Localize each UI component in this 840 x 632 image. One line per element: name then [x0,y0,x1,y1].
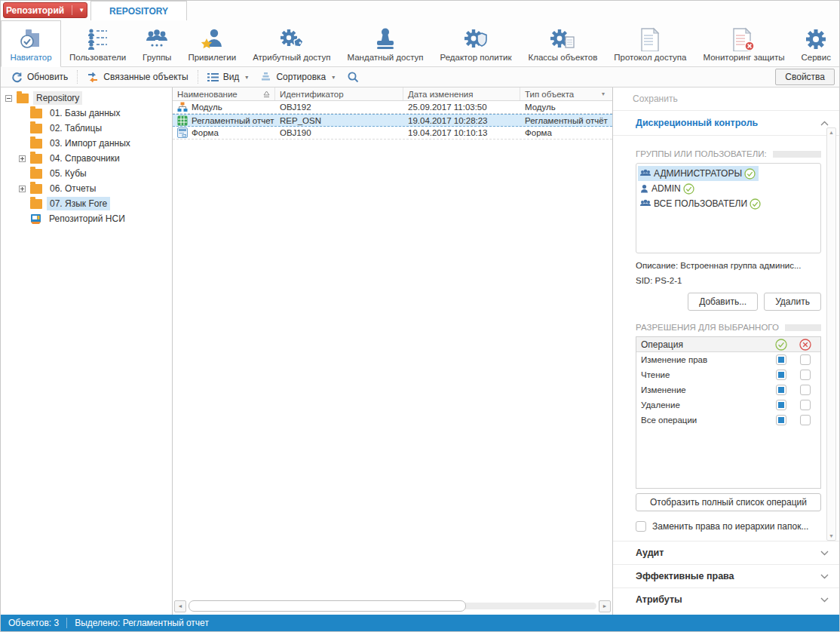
column-header-object-type[interactable]: Тип объекта ▾ [520,87,612,100]
scroll-down-icon[interactable]: ▼ [829,533,834,538]
permission-row-read: Чтение [636,367,820,382]
allow-checkbox[interactable] [776,354,786,365]
tree-item-repository-root[interactable]: Repository [1,91,172,106]
folder-icon [30,169,42,179]
chevron-down-icon [820,597,829,603]
remove-button[interactable]: Удалить [764,293,821,311]
vertical-scrollbar[interactable]: ▲ ▼ [826,127,836,541]
acl-description: Описание: Встроенная группа админис... [636,261,821,270]
column-header-name[interactable]: Наименование [173,87,275,100]
sort-dropdown[interactable]: Сортировка ▾ [254,69,341,84]
objects-count: Объектов: 3 [1,618,66,628]
search-button[interactable] [341,69,365,85]
tree-item-reports[interactable]: 06. Отчеты [1,181,172,196]
tree-item-data-import[interactable]: 03. Импорт данных [1,136,172,151]
column-header-modified-date[interactable]: Дата изменения [403,87,520,100]
ribbon-item-policy-editor[interactable]: Редактор политик [432,20,520,66]
toolbar-separator [77,70,78,84]
acl-list[interactable]: АДМИНИСТРАТОРЫ ADMIN [636,163,821,253]
sort-ascending-icon [263,91,270,98]
column-header-identifier[interactable]: Идентификатор [275,87,403,100]
toolbar-separator [198,70,198,84]
scroll-up-icon[interactable]: ▲ [829,130,834,135]
replace-rights-checkbox[interactable] [636,521,646,532]
collapse-expander-icon[interactable] [5,95,12,102]
ribbon-item-users[interactable]: Пользователи [61,20,134,66]
ribbon-item-object-classes[interactable]: Классы объектов [520,20,605,66]
repository-menu-button[interactable]: Репозиторий ▼ [3,2,87,18]
view-dropdown[interactable]: Вид ▾ [201,69,255,84]
folder-icon [30,109,42,118]
scroll-left-icon[interactable]: ◄ [174,600,186,612]
horizontal-scrollbar[interactable]: ◄ ► [174,600,611,612]
deny-checkbox[interactable] [800,354,811,365]
table-row-form[interactable]: Форма OBJ190 19.04.2017 10:10:13 Форма [173,127,612,140]
deny-checkbox[interactable] [800,400,811,410]
ribbon-item-navigator[interactable]: Навигатор [1,20,61,67]
ribbon-item-privileges[interactable]: Привилегии [179,20,244,66]
folder-check-icon [18,26,44,53]
deny-checkbox[interactable] [800,385,811,395]
ribbon-item-security-monitoring[interactable]: Мониторинг защиты [694,20,792,66]
ribbon-item-groups[interactable]: Группы [134,20,179,66]
tree-item-fore-language[interactable]: 07. Язык Fore [1,196,172,211]
group-icon [639,169,651,179]
show-full-operation-list-button[interactable]: Отобразить полный список операций [636,493,821,511]
section-discretionary-control[interactable]: Дискреционный контроль [613,111,839,136]
tree-item-cubes[interactable]: 05. Кубы [1,166,172,181]
acl-entry-all-users[interactable]: ВСЕ ПОЛЬЗОВАТЕЛИ [638,196,764,211]
gear-tag-icon [279,26,305,53]
table-row-regulated-report[interactable]: Регламентный отчет REP_OSN 19.04.2017 10… [173,114,612,127]
permissions-table: Операция Изменение прав Чтение [636,336,821,489]
allow-checkbox[interactable] [776,370,786,380]
group-icon [144,26,170,53]
deny-checkbox[interactable] [800,370,811,380]
allow-checkbox[interactable] [776,415,786,425]
allow-column-icon [769,339,793,351]
ribbon-item-mandatory-access[interactable]: Мандатный доступ [339,20,432,66]
section-effective-rights[interactable]: Эффективные права [613,564,839,588]
acl-sid: SID: PS-2-1 [636,276,821,285]
tree-item-dictionaries[interactable]: 04. Справочники [1,151,172,166]
refresh-button[interactable]: Обновить [5,69,74,85]
deny-column-icon [793,339,817,351]
chevron-down-icon [820,551,829,556]
related-objects-button[interactable]: Связанные объекты [81,69,194,85]
replace-rights-checkbox-row[interactable]: Заменить права по иерархии папок... [636,521,821,532]
scrollbar-thumb[interactable] [189,600,466,612]
allow-checkbox[interactable] [776,385,786,395]
chevron-up-icon [820,121,829,126]
allow-checkbox[interactable] [776,400,786,410]
acl-entry-administrators[interactable]: АДМИНИСТРАТОРЫ [638,166,759,181]
save-button[interactable]: Сохранить [613,87,839,111]
table-row-module[interactable]: Модуль OBJ192 25.09.2017 11:03:50 Модуль [173,101,612,114]
section-audit[interactable]: Аудит [613,541,839,564]
ribbon-item-attribute-access[interactable]: Атрибутный доступ [244,20,339,66]
title-tab-strip: Репозиторий ▼ REPOSITORY [1,1,839,20]
folder-icon [30,199,42,209]
deny-checkbox[interactable] [800,415,811,425]
tab-repository[interactable]: REPOSITORY [90,1,187,20]
column-filter-icon[interactable]: ▾ [602,91,608,97]
chevron-down-icon: ▾ [332,74,335,81]
scroll-right-icon[interactable]: ► [599,600,611,612]
ribbon-item-service[interactable]: Сервис [793,20,839,66]
user-icon [639,184,649,194]
expand-expander-icon[interactable] [19,186,26,192]
user-star-icon [200,26,224,53]
search-icon [347,71,359,83]
section-attributes[interactable]: Атрибуты [613,588,839,611]
permission-row-change: Изменение [636,382,820,397]
acl-entry-admin[interactable]: ADMIN [638,181,697,196]
properties-button[interactable]: Свойства [775,69,835,85]
ribbon-item-access-protocol[interactable]: Протокол доступа [605,20,694,66]
stamp-icon [374,26,397,53]
add-button[interactable]: Добавить... [688,293,758,311]
gear-icon [804,26,828,53]
tree-item-tables[interactable]: 02. Таблицы [1,121,172,136]
expand-expander-icon[interactable] [19,155,26,162]
toolbar: Обновить Связанные объекты Вид ▾ С [1,67,839,87]
tree-item-databases[interactable]: 01. Базы данных [1,106,172,121]
tree-item-nsi-repository[interactable]: Репозиторий НСИ [1,211,172,226]
report-icon [177,115,188,126]
